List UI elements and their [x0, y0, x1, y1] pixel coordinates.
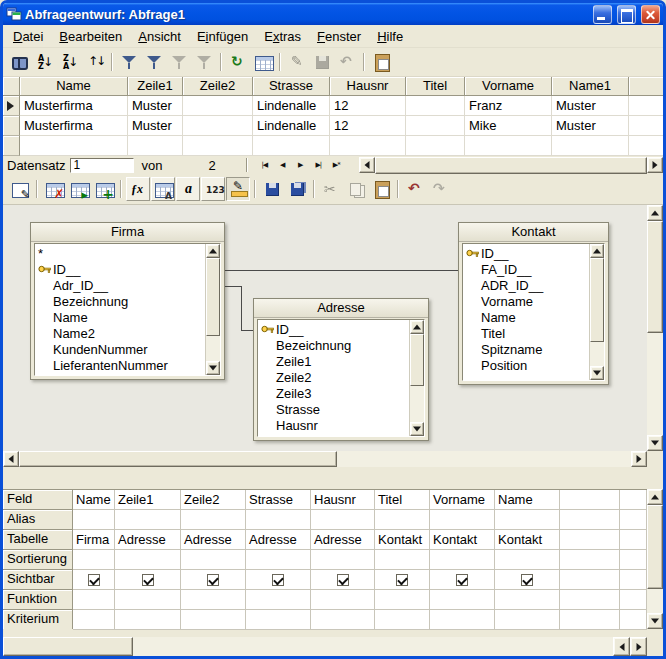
cell-titel-row3[interactable]	[406, 136, 465, 156]
qg-cell-sichtbar-col7[interactable]	[430, 570, 495, 590]
qg-cell-funktion-col1[interactable]	[73, 590, 115, 610]
run-query-button[interactable]	[67, 177, 91, 201]
scroll-track[interactable]	[647, 505, 663, 613]
scroll-right-button[interactable]	[630, 637, 647, 656]
cell-zeile2-row3[interactable]	[183, 136, 253, 156]
column-header-strasse[interactable]: Strasse	[253, 77, 330, 96]
column-header-name1[interactable]: Name1	[552, 77, 629, 96]
qg-cell-tabelle-col6[interactable]: Kontakt	[375, 530, 430, 550]
qg-cell-feld-col3[interactable]: Zeile2	[181, 490, 246, 510]
table-title-adresse[interactable]: Adresse	[254, 299, 428, 318]
sort-descending-button[interactable]	[58, 50, 82, 74]
undo-button[interactable]	[403, 177, 427, 201]
cell-zeile1-row3[interactable]	[128, 136, 183, 156]
cell-strasse-row2[interactable]: Lindenalle	[253, 116, 330, 136]
qg-cell-tabelle-col1[interactable]: Firma	[73, 530, 115, 550]
qg-cell-kriterium-col6[interactable]	[375, 610, 430, 630]
paste-button[interactable]	[369, 50, 393, 74]
maximize-button[interactable]	[617, 5, 636, 24]
qg-cell-funktion-col4[interactable]	[246, 590, 311, 610]
cell-strasse-row1[interactable]: Lindenalle	[253, 96, 330, 116]
menu-item-extras[interactable]: Extras	[256, 27, 309, 46]
field-position[interactable]: Position	[463, 357, 589, 373]
field-bezeichnung[interactable]: Bezeichnung	[258, 337, 409, 353]
qg-cell-alias-col8[interactable]	[495, 510, 560, 530]
add-table-button[interactable]	[92, 177, 116, 201]
menu-item-bearbeiten[interactable]: Bearbeiten	[51, 27, 130, 46]
qg-cell-sichtbar-col1[interactable]	[73, 570, 115, 590]
scroll-thumb[interactable]	[375, 157, 647, 174]
scroll-track[interactable]	[206, 258, 220, 361]
next-record-button[interactable]: ▶	[292, 157, 309, 173]
field-zeile3[interactable]: Zeile3	[258, 385, 409, 401]
scroll-track[interactable]	[410, 334, 424, 422]
field-hausnr[interactable]: Hausnr	[258, 417, 409, 433]
qg-cell-alias-col5[interactable]	[311, 510, 375, 530]
field-name2[interactable]: Name2	[35, 325, 205, 341]
qg-cell-sichtbar-col6[interactable]	[375, 570, 430, 590]
qg-cell-tabelle-col3[interactable]: Adresse	[181, 530, 246, 550]
qg-cell-feld-col5[interactable]: Hausnr	[311, 490, 375, 510]
record-number-input[interactable]: 1	[70, 158, 134, 173]
qg-cell-funktion-col7[interactable]	[430, 590, 495, 610]
join-line-firma-adresse-seg3[interactable]	[241, 330, 253, 331]
qg-cell-kriterium-col7[interactable]	[430, 610, 495, 630]
cell-name1-row3[interactable]	[552, 136, 629, 156]
first-record-button[interactable]: |◀	[256, 157, 273, 173]
field-fa-id[interactable]: FA_ID__	[463, 261, 589, 277]
qg-cell-feld-col6[interactable]: Titel	[375, 490, 430, 510]
scroll-track[interactable]	[3, 637, 613, 656]
current-record-selector[interactable]	[3, 96, 20, 116]
cell-name-row1[interactable]: Musterfirma	[20, 96, 128, 116]
title-bar[interactable]: Abfrageentwurf: Abfrage1	[3, 3, 663, 25]
scroll-left-button[interactable]	[3, 451, 19, 467]
field-vorname[interactable]: Vorname	[463, 293, 589, 309]
scroll-up-button[interactable]	[647, 489, 663, 505]
qg-cell-sortierung-col3[interactable]	[181, 550, 246, 570]
field-adr-id[interactable]: ADR_ID__	[463, 277, 589, 293]
qg-cell-alias-col6[interactable]	[375, 510, 430, 530]
qg-cell-funktion-col8[interactable]	[495, 590, 560, 610]
qg-cell-sichtbar-col3[interactable]	[181, 570, 246, 590]
cell-vorname-row3[interactable]	[465, 136, 552, 156]
cell-name1-row2[interactable]: Muster	[552, 116, 629, 136]
scroll-thumb[interactable]	[410, 334, 424, 386]
previous-record-button[interactable]: ◀	[274, 157, 291, 173]
scroll-thumb[interactable]	[19, 451, 337, 467]
data-source-as-table-button[interactable]	[251, 50, 275, 74]
column-header-name[interactable]: Name	[20, 77, 128, 96]
scroll-up-button[interactable]	[590, 244, 604, 258]
qg-cell-alias-col7[interactable]	[430, 510, 495, 530]
scroll-track[interactable]	[590, 258, 604, 366]
scroll-track[interactable]	[647, 221, 663, 435]
standard-filter-button[interactable]	[142, 50, 166, 74]
functions-button[interactable]	[126, 177, 150, 201]
qg-cell-tabelle-col2[interactable]: Adresse	[115, 530, 181, 550]
qg-cell-kriterium-col5[interactable]	[311, 610, 375, 630]
field-kundennummer[interactable]: KundenNummer	[35, 341, 205, 357]
column-header-zeile1[interactable]: Zeile1	[128, 77, 183, 96]
qg-cell-sortierung-col2[interactable]	[115, 550, 181, 570]
cell-name-row3[interactable]	[20, 136, 128, 156]
sort-button[interactable]	[83, 50, 107, 74]
field-star[interactable]: *	[35, 245, 205, 261]
scroll-down-button[interactable]	[647, 613, 663, 629]
refresh-data-button[interactable]	[226, 50, 250, 74]
clear-query-button[interactable]	[42, 177, 66, 201]
cell-name1-row1[interactable]: Muster	[552, 96, 629, 116]
field-zeile1[interactable]: Zeile1	[258, 353, 409, 369]
qg-cell-sortierung-col5[interactable]	[311, 550, 375, 570]
menu-item-hilfe[interactable]: Hilfe	[369, 27, 411, 46]
column-header-titel[interactable]: Titel	[406, 77, 465, 96]
qg-cell-kriterium-col8[interactable]	[495, 610, 560, 630]
new-record-button[interactable]: ▶*	[328, 157, 345, 173]
scroll-right-button[interactable]	[647, 157, 663, 173]
qg-cell-sortierung-col6[interactable]	[375, 550, 430, 570]
scroll-thumb[interactable]	[647, 505, 663, 589]
save-as-button[interactable]	[285, 177, 309, 201]
scroll-up-button[interactable]	[647, 205, 663, 221]
qg-cell-kriterium-col2[interactable]	[115, 610, 181, 630]
save-button[interactable]	[260, 177, 284, 201]
qg-cell-tabelle-col8[interactable]: Kontakt	[495, 530, 560, 550]
table-name-button[interactable]	[151, 177, 175, 201]
